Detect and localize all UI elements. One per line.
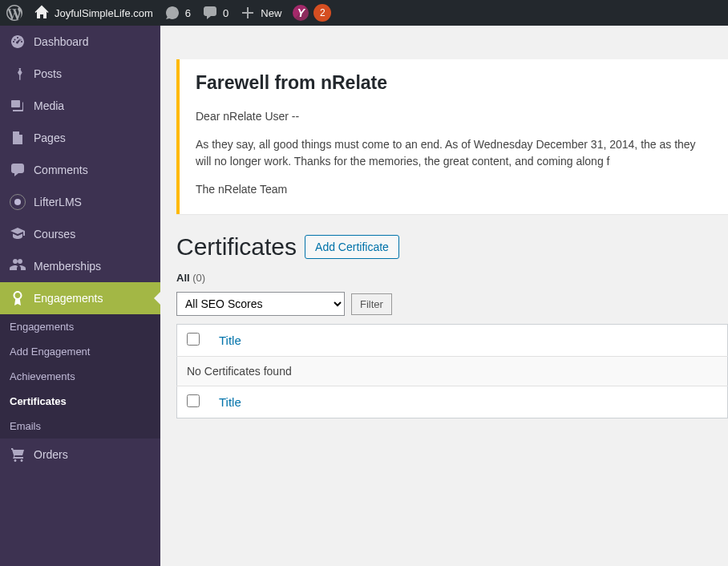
select-all-checkbox-bottom[interactable] bbox=[187, 394, 200, 407]
sidebar-item-courses[interactable]: Courses bbox=[0, 218, 160, 250]
yoast-link[interactable]: Y 2 bbox=[293, 4, 331, 22]
page-icon bbox=[10, 130, 26, 146]
comments-count: 0 bbox=[223, 7, 229, 19]
comments-link[interactable]: 0 bbox=[202, 5, 229, 21]
empty-message: No Certificates found bbox=[177, 357, 728, 386]
yoast-icon: Y bbox=[293, 5, 309, 21]
sidebar-item-engagements[interactable]: Engagements bbox=[0, 282, 160, 314]
sidebar-label: LifterLMS bbox=[34, 196, 82, 208]
sidebar-item-lifterlms[interactable]: LifterLMS bbox=[0, 186, 160, 218]
notice-paragraph: Dear nRelate User -- bbox=[196, 108, 712, 125]
seo-score-select[interactable]: All SEO Scores bbox=[176, 292, 345, 316]
sidebar-label: Posts bbox=[34, 67, 62, 80]
sidebar-item-orders[interactable]: Orders bbox=[0, 439, 160, 471]
updates-count: 6 bbox=[185, 7, 191, 19]
wordpress-icon bbox=[6, 5, 22, 21]
filter-all-count: (0) bbox=[192, 272, 205, 284]
column-header-title[interactable]: Title bbox=[219, 395, 241, 409]
wp-logo[interactable] bbox=[6, 5, 22, 21]
groups-icon bbox=[10, 258, 26, 274]
dashboard-icon bbox=[10, 34, 26, 50]
submenu-item-achievements[interactable]: Achievements bbox=[0, 364, 160, 389]
notice-title: Farewell from nRelate bbox=[196, 72, 712, 94]
media-icon bbox=[10, 98, 26, 114]
filter-button[interactable]: Filter bbox=[351, 293, 392, 315]
sidebar-submenu-engagements: Engagements Add Engagement Achievements … bbox=[0, 314, 160, 439]
site-name-link[interactable]: JoyfulSimpleLife.com bbox=[34, 5, 153, 21]
sidebar-item-memberships[interactable]: Memberships bbox=[0, 250, 160, 282]
yoast-badge: 2 bbox=[313, 4, 331, 22]
sidebar-label: Comments bbox=[34, 164, 88, 176]
select-all-checkbox-top[interactable] bbox=[187, 333, 200, 346]
comment-icon bbox=[202, 5, 218, 21]
page-title: Certificates bbox=[176, 233, 297, 261]
graduation-icon bbox=[10, 226, 26, 242]
sidebar-item-pages[interactable]: Pages bbox=[0, 122, 160, 154]
sidebar-label: Dashboard bbox=[34, 35, 89, 48]
plus-icon bbox=[240, 5, 256, 21]
notice-paragraph: The nRelate Team bbox=[196, 181, 712, 198]
sidebar-label: Courses bbox=[34, 228, 75, 241]
home-icon bbox=[34, 5, 50, 21]
update-icon bbox=[164, 5, 180, 21]
pin-icon bbox=[10, 66, 26, 82]
comments-icon bbox=[10, 162, 26, 178]
sidebar-item-comments[interactable]: Comments bbox=[0, 154, 160, 186]
column-header-title[interactable]: Title bbox=[219, 334, 241, 347]
admin-toolbar: JoyfulSimpleLife.com 6 0 New Y 2 bbox=[0, 0, 728, 26]
sidebar-label: Pages bbox=[34, 131, 66, 144]
admin-sidebar: Dashboard Posts Media Pages Comments Lif… bbox=[0, 26, 160, 566]
list-view-filters: All (0) bbox=[176, 272, 728, 284]
table-row-empty: No Certificates found bbox=[177, 357, 728, 386]
certificates-table: Title No Certificates found Title bbox=[176, 324, 728, 418]
updates-link[interactable]: 6 bbox=[164, 5, 191, 21]
cart-icon bbox=[10, 447, 26, 463]
table-nav-top: All SEO Scores Filter bbox=[176, 292, 728, 316]
new-content-link[interactable]: New bbox=[240, 5, 281, 21]
submenu-item-add-engagement[interactable]: Add Engagement bbox=[0, 339, 160, 364]
notice-paragraph: As they say, all good things must come t… bbox=[196, 136, 712, 170]
filter-all-link[interactable]: All bbox=[176, 272, 190, 284]
site-name: JoyfulSimpleLife.com bbox=[55, 7, 153, 19]
add-certificate-button[interactable]: Add Certificate bbox=[305, 235, 399, 259]
submenu-item-engagements[interactable]: Engagements bbox=[0, 314, 160, 339]
admin-notice: Farewell from nRelate Dear nRelate User … bbox=[176, 59, 728, 214]
lifterlms-icon bbox=[10, 194, 26, 210]
main-content: Farewell from nRelate Dear nRelate User … bbox=[160, 26, 728, 566]
sidebar-label: Memberships bbox=[34, 260, 101, 273]
submenu-item-certificates[interactable]: Certificates bbox=[0, 389, 160, 414]
sidebar-item-media[interactable]: Media bbox=[0, 90, 160, 122]
new-label: New bbox=[261, 7, 281, 19]
award-icon bbox=[10, 290, 26, 306]
sidebar-item-dashboard[interactable]: Dashboard bbox=[0, 26, 160, 58]
sidebar-label: Engagements bbox=[34, 292, 103, 305]
submenu-item-emails[interactable]: Emails bbox=[0, 414, 160, 439]
sidebar-label: Orders bbox=[34, 448, 68, 461]
sidebar-label: Media bbox=[34, 99, 64, 112]
sidebar-item-posts[interactable]: Posts bbox=[0, 58, 160, 90]
